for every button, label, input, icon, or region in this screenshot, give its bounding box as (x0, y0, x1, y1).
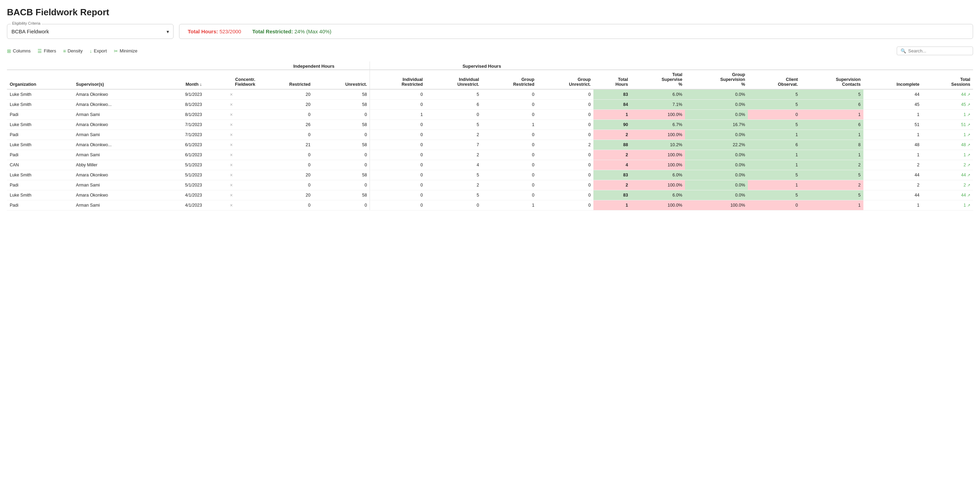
cell-total-sessions[interactable]: 45 ↗ (922, 100, 973, 110)
cell-org: Luke Smith (7, 120, 73, 130)
cell-unrestrict: 58 (313, 170, 370, 180)
external-link-icon[interactable]: ↗ (967, 163, 970, 167)
export-label: Export (94, 48, 107, 53)
cell-sup-contacts: 8 (800, 140, 864, 150)
cell-restricted: 20 (258, 100, 313, 110)
external-link-icon[interactable]: ↗ (967, 183, 970, 187)
col-grp-restricted: GroupRestricted (482, 70, 537, 89)
cell-sup-contacts: 5 (800, 89, 864, 100)
eligibility-criteria-box: Eligibility Criteria BCBA Fieldwork ▾ (7, 24, 173, 39)
chevron-down-icon: ▾ (167, 29, 169, 34)
cell-incomplete: 1 (864, 110, 922, 120)
search-input[interactable] (908, 48, 969, 53)
col-month[interactable]: Month ↓ (158, 70, 205, 89)
cell-ind-restricted: 0 (370, 100, 425, 110)
cell-sup-contacts: 5 (800, 190, 864, 200)
cell-supervisor: Arman Sami (73, 110, 158, 120)
cell-restricted: 0 (258, 150, 313, 160)
cell-total-sessions[interactable]: 44 ↗ (922, 89, 973, 100)
total-restricted-label: Total Restricted: (252, 29, 293, 34)
cell-month: 4/1/2023 (158, 200, 205, 211)
cell-supervisor: Amara Okonkwo... (73, 100, 158, 110)
cell-total-sessions[interactable]: 2 ↗ (922, 180, 973, 190)
cell-total-sessions[interactable]: 2 ↗ (922, 160, 973, 170)
cell-total-sessions[interactable]: 51 ↗ (922, 120, 973, 130)
cell-ind-restricted: 0 (370, 170, 425, 180)
cell-sup-contacts: 1 (800, 130, 864, 140)
filters-button[interactable]: ☰ Filters (38, 48, 56, 54)
external-link-icon[interactable]: ↗ (967, 123, 970, 127)
eligibility-value: BCBA Fieldwork (11, 29, 49, 34)
external-link-icon[interactable]: ↗ (967, 113, 970, 117)
external-link-icon[interactable]: ↗ (967, 153, 970, 157)
cell-grp-sup-pct: 0.0% (685, 100, 748, 110)
cell-ind-unrestrict: 2 (425, 130, 482, 140)
col-client-obs: ClientObservat. (748, 70, 800, 89)
external-link-icon[interactable]: ↗ (967, 173, 970, 177)
cell-org: Padi (7, 180, 73, 190)
eligibility-label: Eligibility Criteria (11, 21, 41, 26)
table-row: Padi Arman Sami 4/1/2023 × 0 0 0 0 1 0 1… (7, 200, 973, 211)
cell-incomplete: 2 (864, 160, 922, 170)
cell-org: Padi (7, 130, 73, 140)
empty-group-header2 (593, 61, 973, 70)
cell-total-sup-pct: 100.0% (631, 200, 685, 211)
cell-grp-restricted: 0 (482, 140, 537, 150)
col-grp-sup-pct: GroupSupervision% (685, 70, 748, 89)
cell-total-sessions[interactable]: 1 ↗ (922, 130, 973, 140)
cell-month: 7/1/2023 (158, 120, 205, 130)
cell-total-sup-pct: 100.0% (631, 180, 685, 190)
cell-sup-contacts: 2 (800, 180, 864, 190)
cell-sup-contacts: 5 (800, 170, 864, 180)
minimize-button[interactable]: ✂ Minimize (114, 48, 137, 54)
cell-total-sessions[interactable]: 48 ↗ (922, 140, 973, 150)
cell-total-sup-pct: 100.0% (631, 130, 685, 140)
cell-client-obs: 1 (748, 130, 800, 140)
empty-group-header (7, 61, 258, 70)
external-link-icon[interactable]: ↗ (967, 132, 970, 137)
cell-restricted: 20 (258, 170, 313, 180)
cell-total-sessions[interactable]: 1 ↗ (922, 200, 973, 211)
cell-grp-unrestrict: 0 (537, 130, 593, 140)
cell-total-sessions[interactable]: 1 ↗ (922, 150, 973, 160)
cell-conc: × (205, 150, 258, 160)
cell-total-hours: 83 (593, 190, 631, 200)
cell-restricted: 26 (258, 120, 313, 130)
external-link-icon[interactable]: ↗ (967, 93, 970, 97)
cell-month: 9/1/2023 (158, 89, 205, 100)
external-link-icon[interactable]: ↗ (967, 203, 970, 208)
cell-total-sessions[interactable]: 44 ↗ (922, 170, 973, 180)
cell-org: CAN (7, 160, 73, 170)
cell-unrestrict: 58 (313, 100, 370, 110)
search-box[interactable]: 🔍 (897, 46, 973, 55)
cell-total-hours: 83 (593, 170, 631, 180)
cell-total-sessions[interactable]: 1 ↗ (922, 110, 973, 120)
cell-grp-unrestrict: 0 (537, 120, 593, 130)
cell-grp-restricted: 0 (482, 190, 537, 200)
eligibility-dropdown[interactable]: BCBA Fieldwork ▾ (11, 27, 169, 36)
cell-restricted: 0 (258, 130, 313, 140)
cell-ind-unrestrict: 2 (425, 150, 482, 160)
cell-sup-contacts: 1 (800, 150, 864, 160)
cell-restricted: 0 (258, 200, 313, 211)
cell-incomplete: 1 (864, 150, 922, 160)
cell-total-sup-pct: 100.0% (631, 110, 685, 120)
external-link-icon[interactable]: ↗ (967, 143, 970, 147)
external-link-icon[interactable]: ↗ (967, 193, 970, 197)
cell-total-sup-pct: 6.0% (631, 190, 685, 200)
cell-client-obs: 1 (748, 160, 800, 170)
col-ind-restricted: IndividualRestricted (370, 70, 425, 89)
cell-ind-restricted: 0 (370, 130, 425, 140)
density-button[interactable]: ≡ Density (63, 48, 83, 54)
cell-ind-unrestrict: 5 (425, 190, 482, 200)
cell-total-sessions[interactable]: 44 ↗ (922, 190, 973, 200)
export-button[interactable]: ↓ Export (89, 48, 107, 54)
cell-org: Luke Smith (7, 140, 73, 150)
table-row: CAN Abby Miller 5/1/2023 × 0 0 0 4 0 0 4… (7, 160, 973, 170)
cell-grp-sup-pct: 16.7% (685, 120, 748, 130)
cell-grp-unrestrict: 0 (537, 170, 593, 180)
cell-client-obs: 5 (748, 170, 800, 180)
cell-supervisor: Abby Miller (73, 160, 158, 170)
external-link-icon[interactable]: ↗ (967, 102, 970, 107)
columns-button[interactable]: ⊞ Columns (7, 48, 30, 54)
